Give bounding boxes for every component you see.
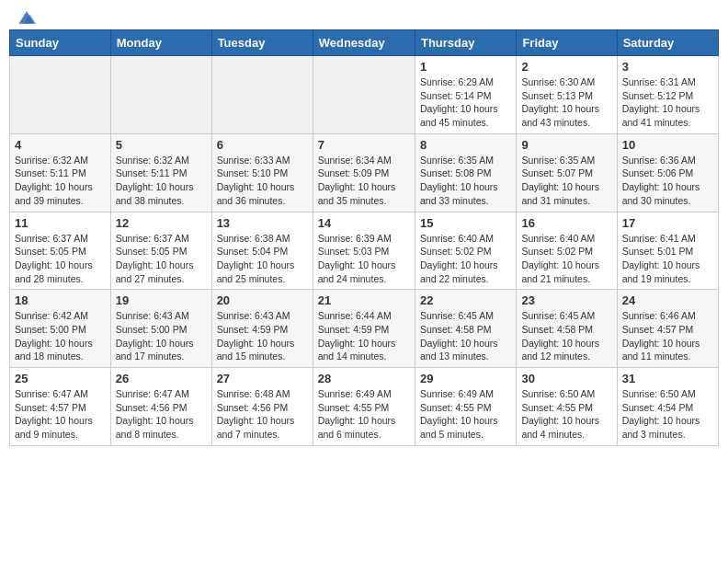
day-info: Sunrise: 6:47 AM Sunset: 4:57 PM Dayligh… [15, 387, 106, 442]
day-number: 17 [622, 216, 713, 230]
calendar-day-cell: 21Sunrise: 6:44 AM Sunset: 4:59 PM Dayli… [313, 290, 415, 368]
calendar-day-cell: 17Sunrise: 6:41 AM Sunset: 5:01 PM Dayli… [617, 212, 718, 290]
day-info: Sunrise: 6:44 AM Sunset: 4:59 PM Dayligh… [318, 309, 410, 363]
day-info: Sunrise: 6:31 AM Sunset: 5:12 PM Dayligh… [622, 75, 713, 130]
day-number: 10 [622, 138, 713, 152]
calendar-day-cell: 3Sunrise: 6:31 AM Sunset: 5:12 PM Daylig… [617, 56, 718, 134]
day-number: 14 [318, 216, 410, 230]
day-number: 12 [116, 216, 207, 230]
calendar-day-cell: 22Sunrise: 6:45 AM Sunset: 4:58 PM Dayli… [415, 290, 516, 368]
day-info: Sunrise: 6:50 AM Sunset: 4:55 PM Dayligh… [521, 387, 611, 442]
weekday-header: Saturday [617, 30, 718, 56]
day-info: Sunrise: 6:33 AM Sunset: 5:10 PM Dayligh… [217, 154, 308, 208]
day-info: Sunrise: 6:49 AM Sunset: 4:55 PM Dayligh… [420, 387, 511, 442]
calendar-day-cell: 24Sunrise: 6:46 AM Sunset: 4:57 PM Dayli… [617, 290, 718, 368]
day-number: 9 [521, 138, 611, 152]
day-info: Sunrise: 6:29 AM Sunset: 5:14 PM Dayligh… [420, 75, 511, 130]
calendar-day-cell: 6Sunrise: 6:33 AM Sunset: 5:10 PM Daylig… [211, 133, 313, 212]
day-number: 26 [116, 372, 207, 385]
calendar-day-cell: 4Sunrise: 6:32 AM Sunset: 5:11 PM Daylig… [10, 133, 111, 212]
calendar-day-cell: 19Sunrise: 6:43 AM Sunset: 5:00 PM Dayli… [110, 290, 211, 368]
day-number: 23 [521, 293, 611, 307]
day-number: 6 [217, 138, 308, 152]
day-number: 5 [116, 138, 207, 152]
day-info: Sunrise: 6:45 AM Sunset: 4:58 PM Dayligh… [521, 309, 611, 363]
weekday-header: Thursday [415, 30, 516, 56]
day-info: Sunrise: 6:40 AM Sunset: 5:02 PM Dayligh… [420, 232, 511, 286]
calendar-day-cell: 13Sunrise: 6:38 AM Sunset: 5:04 PM Dayli… [211, 212, 313, 290]
day-info: Sunrise: 6:30 AM Sunset: 5:13 PM Dayligh… [521, 75, 611, 130]
day-number: 29 [420, 372, 511, 385]
day-info: Sunrise: 6:47 AM Sunset: 4:56 PM Dayligh… [116, 387, 207, 442]
day-number: 3 [622, 60, 713, 74]
day-number: 1 [420, 60, 511, 74]
day-info: Sunrise: 6:35 AM Sunset: 5:08 PM Dayligh… [420, 154, 511, 208]
day-info: Sunrise: 6:36 AM Sunset: 5:06 PM Dayligh… [622, 154, 713, 208]
day-info: Sunrise: 6:48 AM Sunset: 4:56 PM Dayligh… [217, 387, 308, 442]
day-number: 2 [521, 60, 611, 74]
calendar-day-cell: 1Sunrise: 6:29 AM Sunset: 5:14 PM Daylig… [415, 56, 516, 134]
day-info: Sunrise: 6:46 AM Sunset: 4:57 PM Dayligh… [622, 309, 713, 363]
calendar-day-cell: 7Sunrise: 6:34 AM Sunset: 5:09 PM Daylig… [313, 133, 415, 212]
day-number: 18 [15, 293, 106, 307]
day-number: 28 [318, 372, 410, 385]
day-info: Sunrise: 6:35 AM Sunset: 5:07 PM Dayligh… [521, 154, 611, 208]
calendar-day-cell: 30Sunrise: 6:50 AM Sunset: 4:55 PM Dayli… [517, 368, 617, 446]
calendar-day-cell: 5Sunrise: 6:32 AM Sunset: 5:11 PM Daylig… [110, 133, 211, 212]
calendar-day-cell: 18Sunrise: 6:42 AM Sunset: 5:00 PM Dayli… [10, 290, 111, 368]
day-number: 30 [521, 372, 611, 385]
day-info: Sunrise: 6:41 AM Sunset: 5:01 PM Dayligh… [622, 232, 713, 286]
calendar-week-row: 18Sunrise: 6:42 AM Sunset: 5:00 PM Dayli… [10, 290, 719, 368]
day-number: 27 [217, 372, 308, 385]
calendar-day-cell [313, 56, 415, 134]
calendar-day-cell [211, 56, 313, 134]
calendar-week-row: 1Sunrise: 6:29 AM Sunset: 5:14 PM Daylig… [10, 56, 719, 134]
calendar-day-cell: 2Sunrise: 6:30 AM Sunset: 5:13 PM Daylig… [517, 56, 617, 134]
weekday-header: Sunday [10, 30, 111, 56]
calendar-day-cell [110, 56, 211, 134]
day-info: Sunrise: 6:38 AM Sunset: 5:04 PM Dayligh… [217, 232, 308, 286]
weekday-header: Friday [517, 30, 617, 56]
calendar-day-cell: 27Sunrise: 6:48 AM Sunset: 4:56 PM Dayli… [211, 368, 313, 446]
calendar-table: SundayMondayTuesdayWednesdayThursdayFrid… [9, 29, 719, 446]
calendar-day-cell: 9Sunrise: 6:35 AM Sunset: 5:07 PM Daylig… [517, 133, 617, 212]
day-number: 16 [521, 216, 611, 230]
day-info: Sunrise: 6:45 AM Sunset: 4:58 PM Dayligh… [420, 309, 511, 363]
calendar-week-row: 4Sunrise: 6:32 AM Sunset: 5:11 PM Daylig… [10, 133, 719, 212]
day-info: Sunrise: 6:42 AM Sunset: 5:00 PM Dayligh… [15, 309, 106, 363]
calendar-week-row: 11Sunrise: 6:37 AM Sunset: 5:05 PM Dayli… [10, 212, 719, 290]
weekday-header: Wednesday [313, 30, 415, 56]
day-number: 19 [116, 293, 207, 307]
calendar-header-row: SundayMondayTuesdayWednesdayThursdayFrid… [10, 30, 719, 56]
calendar-day-cell: 25Sunrise: 6:47 AM Sunset: 4:57 PM Dayli… [10, 368, 111, 446]
day-number: 31 [622, 372, 713, 385]
day-info: Sunrise: 6:40 AM Sunset: 5:02 PM Dayligh… [521, 232, 611, 286]
day-number: 13 [217, 216, 308, 230]
day-number: 11 [15, 216, 106, 230]
calendar-day-cell: 20Sunrise: 6:43 AM Sunset: 4:59 PM Dayli… [211, 290, 313, 368]
calendar-day-cell: 15Sunrise: 6:40 AM Sunset: 5:02 PM Dayli… [415, 212, 516, 290]
weekday-header: Tuesday [211, 30, 313, 56]
calendar-day-cell: 12Sunrise: 6:37 AM Sunset: 5:05 PM Dayli… [110, 212, 211, 290]
calendar-day-cell: 29Sunrise: 6:49 AM Sunset: 4:55 PM Dayli… [415, 368, 516, 446]
day-number: 4 [15, 138, 106, 152]
day-number: 8 [420, 138, 511, 152]
logo-icon [16, 9, 38, 26]
logo [14, 9, 38, 22]
calendar-day-cell: 23Sunrise: 6:45 AM Sunset: 4:58 PM Dayli… [517, 290, 617, 368]
calendar-day-cell: 10Sunrise: 6:36 AM Sunset: 5:06 PM Dayli… [617, 133, 718, 212]
day-info: Sunrise: 6:32 AM Sunset: 5:11 PM Dayligh… [15, 154, 106, 208]
calendar-day-cell: 26Sunrise: 6:47 AM Sunset: 4:56 PM Dayli… [110, 368, 211, 446]
calendar-day-cell [10, 56, 111, 134]
day-info: Sunrise: 6:34 AM Sunset: 5:09 PM Dayligh… [318, 154, 410, 208]
day-number: 21 [318, 293, 410, 307]
day-number: 7 [318, 138, 410, 152]
day-info: Sunrise: 6:32 AM Sunset: 5:11 PM Dayligh… [116, 154, 207, 208]
page-header [9, 9, 719, 22]
day-number: 25 [15, 372, 106, 385]
day-info: Sunrise: 6:49 AM Sunset: 4:55 PM Dayligh… [318, 387, 410, 442]
calendar-week-row: 25Sunrise: 6:47 AM Sunset: 4:57 PM Dayli… [10, 368, 719, 446]
day-info: Sunrise: 6:37 AM Sunset: 5:05 PM Dayligh… [15, 232, 106, 286]
day-number: 22 [420, 293, 511, 307]
day-info: Sunrise: 6:50 AM Sunset: 4:54 PM Dayligh… [622, 387, 713, 442]
